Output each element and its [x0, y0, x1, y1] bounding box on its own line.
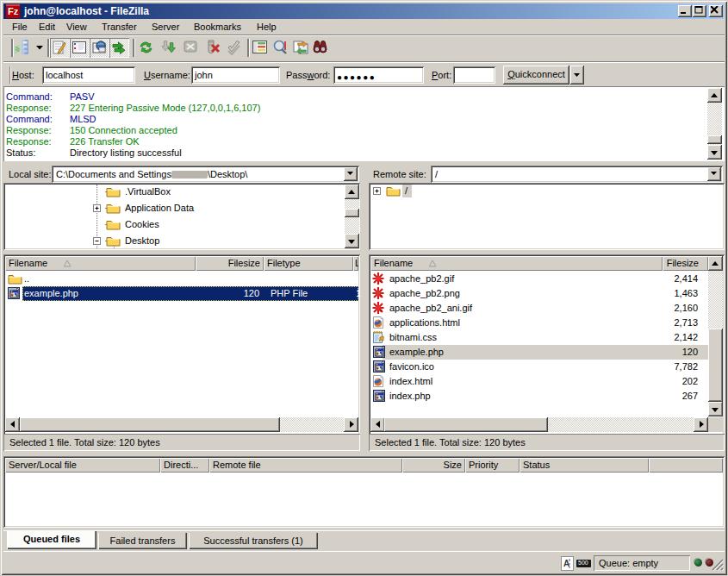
svg-text:Fz: Fz: [8, 6, 19, 16]
